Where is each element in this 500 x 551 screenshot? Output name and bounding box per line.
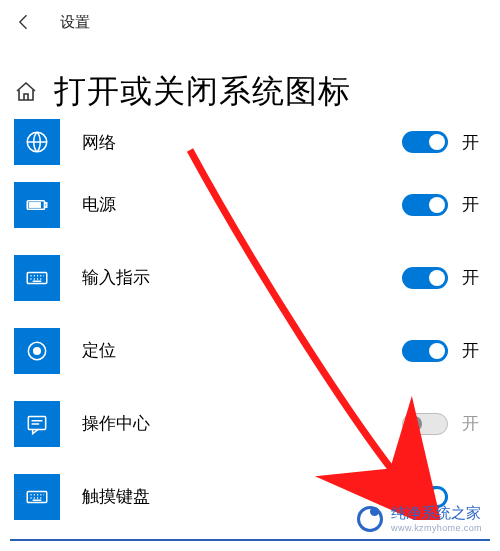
row-label-power: 电源 (82, 193, 116, 216)
toggle-touch-keyboard[interactable] (402, 486, 448, 508)
back-icon[interactable] (14, 12, 34, 32)
toggle-location[interactable] (402, 340, 448, 362)
row-label-location: 定位 (82, 339, 116, 362)
svg-rect-3 (29, 202, 40, 206)
svg-rect-7 (28, 416, 45, 429)
globe-icon (14, 119, 60, 165)
row-touch-keyboard: 触摸键盘 (0, 460, 500, 533)
row-power: 电源 开 (0, 168, 500, 241)
toggle-power[interactable] (402, 194, 448, 216)
row-action-center: 操作中心 开 (0, 387, 500, 460)
toggle-network[interactable] (402, 131, 448, 153)
footer-divider (10, 539, 490, 541)
row-network: 网络 开 (0, 116, 500, 168)
toggle-state-input-indicator: 开 (462, 266, 479, 289)
toggle-state-network: 开 (462, 131, 479, 154)
row-label-touch-keyboard: 触摸键盘 (82, 485, 150, 508)
toggle-state-action-center: 开 (462, 412, 479, 435)
message-icon (14, 401, 60, 447)
toggle-action-center[interactable] (402, 413, 448, 435)
toggle-input-indicator[interactable] (402, 267, 448, 289)
app-title: 设置 (60, 13, 90, 32)
keyboard-icon (14, 474, 60, 520)
row-label-input-indicator: 输入指示 (82, 266, 150, 289)
row-label-action-center: 操作中心 (82, 412, 150, 435)
row-label-network: 网络 (82, 131, 116, 154)
toggle-state-power: 开 (462, 193, 479, 216)
target-icon (14, 328, 60, 374)
keyboard-icon (14, 255, 60, 301)
toggle-state-location: 开 (462, 339, 479, 362)
home-icon[interactable] (14, 80, 38, 104)
battery-icon (14, 182, 60, 228)
system-icons-list: 网络 开 电源 开 输入指示 (0, 116, 500, 533)
svg-rect-2 (45, 202, 47, 206)
row-input-indicator: 输入指示 开 (0, 241, 500, 314)
svg-point-6 (34, 347, 41, 354)
page-title: 打开或关闭系统图标 (54, 70, 351, 114)
row-location: 定位 开 (0, 314, 500, 387)
